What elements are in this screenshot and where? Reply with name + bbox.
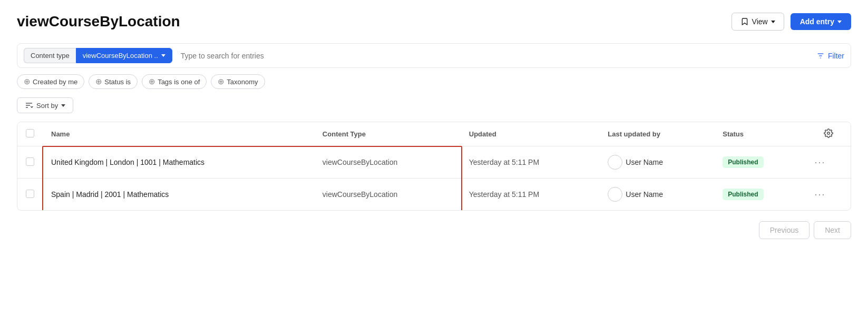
row-updated-cell: Yesterday at 5:11 PM <box>461 179 599 211</box>
filter-chips-row: ⊕ Created by me ⊕ Status is ⊕ Tags is on… <box>17 74 851 89</box>
name-column-header: Name <box>43 122 314 146</box>
filter-chip-status-is[interactable]: ⊕ Status is <box>89 74 138 89</box>
previous-button[interactable]: Previous <box>759 221 810 239</box>
filter-chip-taxonomy[interactable]: ⊕ Taxonomy <box>211 74 265 89</box>
toolbar: Content type viewCourseByLocation .. Fil… <box>17 43 851 68</box>
search-input[interactable] <box>177 48 812 63</box>
table-body: United Kingdom | London | 1001 | Mathema… <box>17 146 851 211</box>
updated-column-header: Updated <box>461 122 599 146</box>
chip-label: Created by me <box>33 78 77 86</box>
chevron-down-icon <box>161 54 165 57</box>
row-checkbox-cell[interactable] <box>17 146 43 179</box>
select-all-checkbox[interactable] <box>26 129 34 137</box>
chevron-down-icon <box>837 21 842 23</box>
table-row[interactable]: United Kingdom | London | 1001 | Mathema… <box>17 146 851 179</box>
view-button[interactable]: View <box>732 13 784 31</box>
page-header: viewCourseByLocation View Add entry <box>17 13 851 31</box>
plus-icon: ⊕ <box>149 77 155 86</box>
row-status-cell: Published <box>714 179 806 211</box>
sort-row: Sort by <box>17 97 851 113</box>
plus-icon: ⊕ <box>218 77 225 86</box>
table-row[interactable]: Spain | Madrid | 2001 | Mathematics view… <box>17 179 851 211</box>
add-entry-button[interactable]: Add entry <box>791 13 851 30</box>
row-checkbox-cell[interactable] <box>17 179 43 211</box>
row-name-cell: United Kingdom | London | 1001 | Mathema… <box>43 146 314 179</box>
content-type-value[interactable]: viewCourseByLocation .. <box>76 48 172 63</box>
next-button[interactable]: Next <box>814 221 851 239</box>
status-badge: Published <box>723 156 763 168</box>
plus-icon: ⊕ <box>95 77 102 86</box>
table-header-row: Name Content Type Updated Last updated b… <box>17 122 851 146</box>
chevron-down-icon <box>771 21 775 23</box>
entries-table: Name Content Type Updated Last updated b… <box>17 122 851 211</box>
status-badge: Published <box>723 189 763 200</box>
last-updated-by-column-header: Last updated by <box>599 122 714 146</box>
username: User Name <box>626 190 663 199</box>
avatar <box>608 155 622 170</box>
sort-button[interactable]: Sort by <box>17 97 73 113</box>
content-type-column-header: Content Type <box>314 122 461 146</box>
username: User Name <box>626 158 663 166</box>
row-checkbox[interactable] <box>26 190 34 198</box>
filter-chip-created-by-me[interactable]: ⊕ Created by me <box>17 74 84 89</box>
bookmark-icon <box>740 17 749 26</box>
select-all-header[interactable] <box>17 122 43 146</box>
content-type-filter[interactable]: Content type viewCourseByLocation .. <box>24 48 172 63</box>
svg-point-6 <box>827 132 830 135</box>
row-content-type-cell: viewCourseByLocation <box>314 146 461 179</box>
chip-label: Status is <box>104 78 131 86</box>
plus-icon: ⊕ <box>24 77 31 86</box>
row-more-cell[interactable]: ··· <box>806 146 851 179</box>
filter-button[interactable]: Filter <box>816 52 844 60</box>
sort-icon <box>25 101 33 110</box>
chevron-down-icon <box>61 104 65 107</box>
row-more-cell[interactable]: ··· <box>806 179 851 211</box>
gear-icon <box>824 129 833 138</box>
status-column-header: Status <box>714 122 806 146</box>
row-last-updated-cell: User Name <box>599 146 714 179</box>
row-updated-cell: Yesterday at 5:11 PM <box>461 146 599 179</box>
page-title: viewCourseByLocation <box>17 13 180 30</box>
filter-chip-tags-is-one-of[interactable]: ⊕ Tags is one of <box>142 74 207 89</box>
row-checkbox[interactable] <box>26 157 34 166</box>
row-name-cell: Spain | Madrid | 2001 | Mathematics <box>43 179 314 211</box>
more-options-button[interactable]: ··· <box>814 157 825 168</box>
row-content-type-cell: viewCourseByLocation <box>314 179 461 211</box>
row-status-cell: Published <box>714 146 806 179</box>
more-options-button[interactable]: ··· <box>814 189 825 200</box>
content-type-label: Content type <box>24 48 76 63</box>
filter-icon <box>816 52 825 60</box>
header-actions: View Add entry <box>732 13 851 31</box>
row-last-updated-cell: User Name <box>599 179 714 211</box>
chip-label: Taxonomy <box>227 78 258 86</box>
settings-column-header[interactable] <box>806 122 851 146</box>
avatar <box>608 187 622 202</box>
chip-label: Tags is one of <box>158 78 200 86</box>
pagination: Previous Next <box>17 221 851 239</box>
